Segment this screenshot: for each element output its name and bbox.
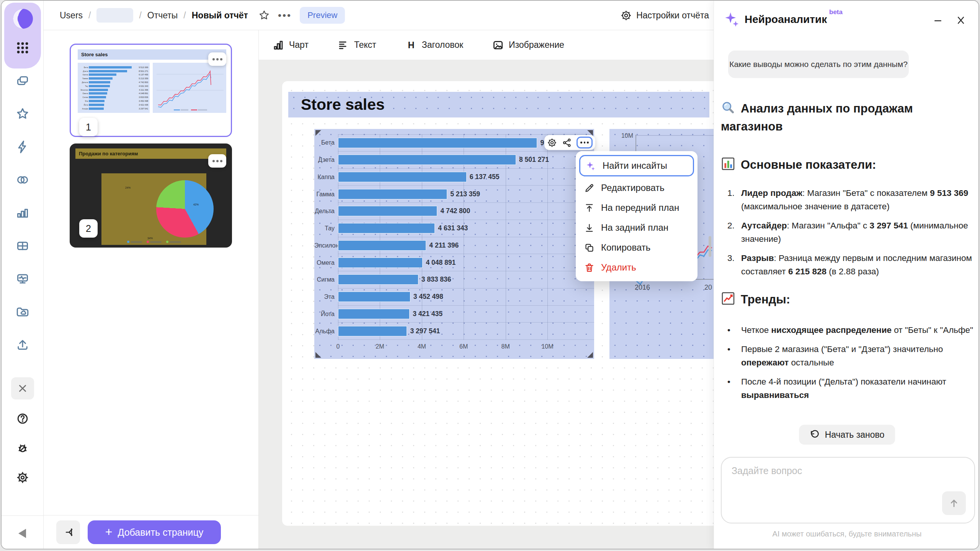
bug-icon[interactable] bbox=[16, 440, 29, 456]
menu-item-pencil[interactable]: Редактировать bbox=[576, 178, 697, 198]
value-label: 3 833 836 bbox=[421, 276, 451, 284]
value-label: 3 421 435 bbox=[413, 310, 443, 318]
bar-row[interactable]: Эта3 452 498 bbox=[314, 289, 594, 306]
bar-row[interactable]: Омега4 048 891 bbox=[314, 254, 594, 271]
bar[interactable] bbox=[338, 240, 426, 251]
overlap-circles-icon[interactable] bbox=[15, 172, 30, 187]
star-icon[interactable] bbox=[15, 106, 30, 122]
thumb-bar-chart: Бета9 513 369Дзета8 501 271Каппа6 137 45… bbox=[78, 63, 150, 113]
bar-row[interactable]: Эпсилон4 211 396 bbox=[314, 237, 594, 254]
add-page-button[interactable]: + Добавить страницу bbox=[88, 520, 221, 544]
svg-text:H: H bbox=[408, 39, 414, 50]
breadcrumb-reports[interactable]: Отчеты bbox=[147, 10, 178, 21]
widget-settings-icon[interactable] bbox=[547, 138, 557, 148]
page-menu-button[interactable] bbox=[208, 154, 226, 168]
insert-toolbar: ЧартТекстHЗаголовокИзображение bbox=[259, 30, 714, 60]
bar[interactable] bbox=[338, 172, 467, 182]
bar-row[interactable]: Альфа3 297 541 bbox=[314, 323, 594, 340]
page-menu-button[interactable] bbox=[208, 52, 226, 66]
apps-grid-icon[interactable] bbox=[15, 41, 30, 55]
breadcrumb-redacted[interactable] bbox=[96, 8, 133, 23]
menu-item-trash[interactable]: Удалить bbox=[576, 258, 697, 277]
canvas-scrollbar[interactable] bbox=[709, 236, 711, 257]
lightning-icon[interactable] bbox=[15, 139, 30, 155]
bar-row[interactable]: Тау4 631 343 bbox=[314, 220, 594, 237]
close-panel-icon[interactable] bbox=[11, 377, 34, 399]
bar[interactable] bbox=[338, 274, 418, 285]
collapse-rail-icon[interactable] bbox=[18, 529, 26, 538]
monitor-pulse-icon[interactable] bbox=[15, 271, 30, 286]
insert-heading-button[interactable]: HЗаголовок bbox=[405, 39, 463, 51]
bar[interactable] bbox=[338, 155, 516, 165]
menu-item-sparkle[interactable]: Найти инсайты bbox=[579, 155, 694, 176]
bar[interactable] bbox=[338, 309, 410, 319]
bar[interactable] bbox=[338, 292, 410, 302]
value-label: 4 742 800 bbox=[440, 207, 470, 215]
legend-item bbox=[147, 241, 162, 243]
pie-label: 34% bbox=[147, 237, 153, 240]
title-widget[interactable]: Store sales bbox=[288, 92, 709, 117]
bar[interactable] bbox=[338, 138, 537, 148]
bar[interactable] bbox=[338, 206, 437, 216]
x-axis-tick: 6M bbox=[459, 343, 468, 350]
bar-chart-widget[interactable]: 02M4M6M8M10M Бета9 513 369Дзета8 501 271… bbox=[314, 129, 594, 359]
bar-row[interactable]: Гамма5 213 359 bbox=[314, 186, 594, 203]
more-actions-icon[interactable]: ••• bbox=[278, 10, 292, 21]
bar[interactable] bbox=[338, 223, 435, 233]
report-settings-button[interactable]: Настройки отчёта bbox=[621, 10, 714, 21]
bar-chart-icon[interactable] bbox=[15, 205, 30, 220]
x-tick-2020: 20 bbox=[704, 284, 712, 291]
insert-text-button[interactable]: Текст bbox=[338, 39, 376, 51]
gear-icon[interactable] bbox=[16, 470, 29, 485]
value-label: 4 048 891 bbox=[426, 259, 456, 267]
folder-cloud-icon[interactable] bbox=[15, 304, 30, 319]
assistant-title: Нейроаналитик bbox=[745, 13, 827, 26]
bar[interactable] bbox=[338, 189, 447, 199]
help-circle-icon[interactable] bbox=[16, 411, 29, 426]
pages-panel: Store sales Бета9 513 369Дзета8 501 271К… bbox=[44, 30, 259, 549]
question-input[interactable] bbox=[731, 465, 938, 514]
widget-share-icon[interactable] bbox=[562, 138, 572, 148]
value-label: 3 452 498 bbox=[413, 293, 443, 301]
bar[interactable] bbox=[338, 326, 407, 336]
bar-row[interactable]: Сигма3 833 836 bbox=[314, 271, 594, 289]
insert-chart-button[interactable]: Чарт bbox=[273, 39, 309, 51]
menu-item-bring-front[interactable]: На передний план bbox=[576, 198, 697, 218]
collapse-pages-button[interactable] bbox=[56, 520, 80, 544]
menu-item-send-back[interactable]: На задний план bbox=[576, 218, 697, 238]
upload-icon[interactable] bbox=[15, 337, 30, 352]
close-icon[interactable] bbox=[955, 15, 967, 26]
datalens-logo[interactable] bbox=[13, 8, 33, 29]
resize-handle[interactable] bbox=[587, 352, 593, 358]
value-label: 4 631 343 bbox=[438, 224, 468, 232]
widget-more-button[interactable] bbox=[577, 137, 593, 148]
minimize-icon[interactable] bbox=[932, 15, 944, 26]
ai-disclaimer: AI может ошибаться, будьте внимательны bbox=[714, 530, 979, 538]
resize-handle[interactable] bbox=[315, 352, 321, 358]
x-axis-tick: 8M bbox=[501, 343, 510, 350]
restart-button[interactable]: Начать заново bbox=[799, 425, 895, 445]
page-thumbnail-2[interactable]: Продажи по категориям 24% 42% 34% 2 bbox=[70, 143, 232, 248]
send-button[interactable] bbox=[942, 491, 966, 515]
bar-row[interactable]: Дзета8 501 271 bbox=[314, 152, 594, 169]
bar-chart-emoji bbox=[721, 156, 735, 171]
value-label: 8 501 271 bbox=[519, 156, 549, 164]
stacked-folders-icon[interactable] bbox=[15, 73, 30, 89]
table-icon[interactable] bbox=[15, 238, 30, 253]
breadcrumb-users[interactable]: Users bbox=[60, 10, 83, 21]
page-thumbnail-1[interactable]: Store sales Бета9 513 369Дзета8 501 271К… bbox=[70, 44, 232, 137]
bar[interactable] bbox=[338, 258, 423, 268]
preview-button[interactable]: Preview bbox=[300, 7, 345, 24]
insert-image-button[interactable]: Изображение bbox=[492, 39, 564, 51]
bar-row[interactable]: Каппа6 137 455 bbox=[314, 169, 594, 186]
bar-row[interactable]: Дельта4 742 800 bbox=[314, 203, 594, 220]
menu-item-copy[interactable]: Копировать bbox=[576, 238, 697, 258]
question-input-box bbox=[721, 457, 975, 523]
value-label: 6 137 455 bbox=[470, 173, 500, 181]
page-number-badge[interactable]: 2 bbox=[79, 219, 98, 238]
trend-item: •Первые 2 магазина ("Бета" и "Дзета") зн… bbox=[727, 342, 975, 369]
favorite-star-icon[interactable] bbox=[258, 10, 270, 21]
page-number-badge[interactable]: 1 bbox=[79, 118, 98, 136]
legend-item bbox=[127, 241, 142, 243]
bar-row[interactable]: Йота3 421 435 bbox=[314, 306, 594, 323]
